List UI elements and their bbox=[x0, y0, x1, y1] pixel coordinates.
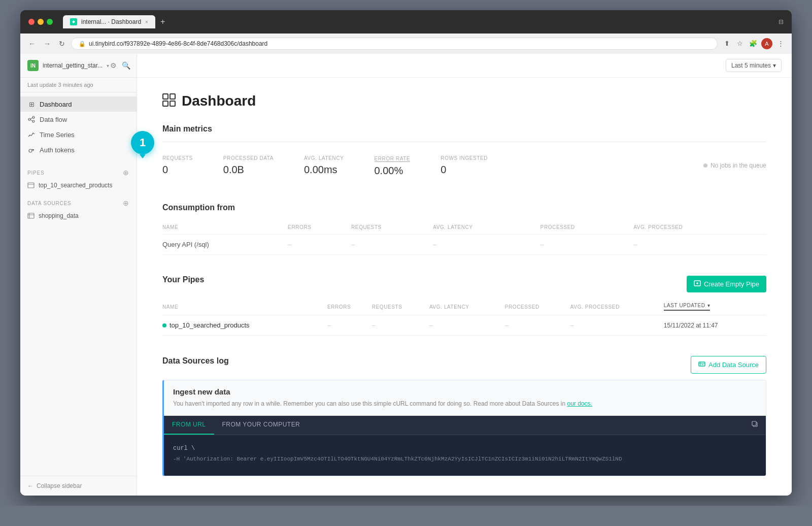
sidebar-item-dataflow[interactable]: Data flow bbox=[20, 112, 137, 127]
new-tab-button[interactable]: + bbox=[157, 16, 168, 27]
app-container: IN internal_getting_star... ▾ ⚙ 🔍 Last u… bbox=[20, 54, 792, 496]
dashboard-title-icon bbox=[162, 93, 176, 109]
metric-requests-value: 0 bbox=[162, 164, 193, 176]
collapse-label: Collapse sidebar bbox=[37, 482, 82, 489]
traffic-lights bbox=[28, 19, 53, 25]
metric-requests-label: REQUESTS bbox=[162, 155, 193, 161]
code-line-2: -H 'Authorization: Bearer e.eyIIIoopImV5… bbox=[173, 454, 757, 465]
consumption-name: Query API (/sql) bbox=[162, 235, 288, 255]
tab-title: internal... · Dashboard bbox=[81, 18, 141, 25]
svg-line-4 bbox=[30, 120, 32, 121]
forward-button[interactable]: → bbox=[42, 39, 53, 49]
collapse-sidebar-button[interactable]: ← Collapse sidebar bbox=[27, 482, 82, 489]
close-traffic-light[interactable] bbox=[28, 19, 35, 25]
settings-icon[interactable]: ⚙ bbox=[109, 60, 118, 71]
ingest-tabs: FROM URL FROM YOUR COMPUTER bbox=[164, 416, 766, 435]
svg-rect-20 bbox=[699, 362, 705, 366]
svg-rect-13 bbox=[163, 94, 168, 99]
metrics-divider bbox=[162, 142, 766, 142]
search-icon[interactable]: 🔍 bbox=[121, 60, 131, 71]
dashboard-icon: ⊞ bbox=[27, 100, 36, 108]
window-control[interactable]: ⊟ bbox=[779, 18, 784, 25]
pipe-row-avglatency: – bbox=[429, 315, 505, 336]
main-inner: Dashboard Main metrics REQUESTS 0 PROCES… bbox=[137, 78, 792, 496]
sidebar-datasource-shopping[interactable]: shopping_data bbox=[20, 209, 137, 222]
svg-rect-14 bbox=[170, 94, 175, 99]
col-avglatency: AVG. LATENCY bbox=[433, 220, 540, 235]
maximize-traffic-light[interactable] bbox=[47, 19, 53, 25]
metrics-row: REQUESTS 0 PROCESSED DATA 0.0B AVG. LATE… bbox=[162, 148, 766, 183]
copy-code-icon[interactable] bbox=[745, 416, 766, 435]
pipes-col-lastupdated[interactable]: LAST UPDATED ▾ bbox=[664, 299, 766, 315]
pipes-col-processed: PROCESSED bbox=[505, 299, 570, 315]
pipe-label: top_10_searched_products bbox=[39, 182, 112, 189]
sidebar-item-authtokens[interactable]: Auth tokens bbox=[20, 142, 137, 157]
dataflow-icon bbox=[27, 115, 36, 123]
consumption-section: Consumption from NAME ERRORS REQUESTS AV… bbox=[162, 203, 766, 255]
main-metrics-section: Main metrics REQUESTS 0 PROCESSED DATA 0… bbox=[162, 124, 766, 183]
create-empty-pipe-button[interactable]: Create Empty Pipe bbox=[687, 276, 766, 292]
pipes-col-avglatency: AVG. LATENCY bbox=[429, 299, 505, 315]
browser-toolbar: ← → ↻ 🔒 ui.tinybird.co/f937892e-4899-4e8… bbox=[20, 34, 792, 54]
sidebar-item-dashboard[interactable]: ⊞ Dashboard bbox=[20, 96, 137, 112]
workspace-label: internal_getting_star... bbox=[43, 62, 103, 69]
tooltip-bubble: 1 bbox=[131, 131, 154, 154]
workspace-name[interactable]: IN internal_getting_star... ▾ bbox=[27, 60, 109, 71]
ingest-tab-fromurl[interactable]: FROM URL bbox=[164, 416, 214, 435]
table-row[interactable]: Query API (/sql) – – – – – bbox=[162, 235, 766, 255]
url-text: ui.tinybird.co/f937892e-4899-4e86-8c4f-8… bbox=[89, 40, 710, 47]
pipes-table: NAME ERRORS REQUESTS AVG. LATENCY PROCES… bbox=[162, 299, 766, 336]
sidebar-item-dashboard-label: Dashboard bbox=[40, 101, 72, 108]
pipe-row-errors: – bbox=[327, 315, 372, 336]
minimize-traffic-light[interactable] bbox=[38, 19, 44, 25]
sidebar-pipe-top10[interactable]: top_10_searched_products bbox=[20, 179, 137, 192]
add-datasource-icon[interactable]: ⊕ bbox=[123, 199, 129, 207]
sidebar-header: IN internal_getting_star... ▾ ⚙ 🔍 bbox=[20, 54, 137, 78]
add-pipe-icon[interactable]: ⊕ bbox=[123, 169, 129, 177]
add-data-source-button[interactable]: Add Data Source bbox=[691, 356, 766, 374]
metric-requests: REQUESTS 0 bbox=[162, 155, 193, 176]
metric-rowsingested-label: ROWS INGESTED bbox=[441, 155, 488, 161]
datasource-label: shopping_data bbox=[39, 212, 79, 219]
sidebar-item-timeseries[interactable]: Time Series bbox=[20, 127, 137, 142]
consumption-avgprocessed: – bbox=[633, 235, 766, 255]
svg-rect-10 bbox=[28, 213, 34, 218]
table-row[interactable]: top_10_searched_products – – – – – 15/11… bbox=[162, 315, 766, 336]
pipes-col-requests: REQUESTS bbox=[372, 299, 429, 315]
page-title-row: Dashboard bbox=[162, 93, 766, 109]
address-bar[interactable]: 🔒 ui.tinybird.co/f937892e-4899-4e86-8c4f… bbox=[71, 38, 718, 50]
pipe-btn-icon bbox=[694, 280, 701, 288]
data-sources-section: Data Sources log Add Data Source bbox=[162, 356, 766, 476]
pipe-icon bbox=[27, 182, 35, 189]
your-pipes-section: Your Pipes Create Empty Pipe bbox=[162, 275, 766, 336]
code-block: curl \ -H 'Authorization: Bearer e.eyIII… bbox=[164, 435, 766, 476]
extensions-icon[interactable]: 🧩 bbox=[748, 38, 758, 48]
consumption-title: Consumption from bbox=[162, 203, 766, 212]
bookmark-icon[interactable]: ☆ bbox=[735, 38, 745, 48]
pipe-status-dot bbox=[162, 323, 166, 327]
active-tab[interactable]: internal... · Dashboard × bbox=[63, 15, 155, 28]
time-range-chevron: ▾ bbox=[773, 62, 776, 69]
toolbar-actions: ⬆ ☆ 🧩 A ⋮ bbox=[722, 38, 786, 49]
svg-rect-8 bbox=[28, 183, 34, 188]
your-pipes-title: Your Pipes bbox=[162, 275, 204, 284]
col-requests: REQUESTS bbox=[351, 220, 433, 235]
back-button[interactable]: ← bbox=[26, 39, 38, 49]
add-datasource-btn-icon bbox=[698, 360, 705, 369]
share-icon[interactable]: ⬆ bbox=[722, 38, 732, 48]
ingest-tab-fromcomputer[interactable]: FROM YOUR COMPUTER bbox=[214, 416, 309, 435]
main-metrics-title: Main metrics bbox=[162, 124, 766, 134]
menu-icon[interactable]: ⋮ bbox=[775, 38, 786, 48]
refresh-button[interactable]: ↻ bbox=[57, 39, 67, 49]
ingest-docs-link[interactable]: our docs. bbox=[567, 400, 592, 407]
col-avgprocessed: AVG. PROCESSED bbox=[633, 220, 766, 235]
time-range-selector[interactable]: Last 5 minutes ▾ bbox=[726, 59, 782, 72]
pipe-row-avgprocessed: – bbox=[570, 315, 664, 336]
browser-window: internal... · Dashboard × + ⊟ ← → ↻ 🔒 ui… bbox=[20, 10, 792, 496]
tab-close-button[interactable]: × bbox=[145, 19, 148, 25]
profile-icon[interactable]: A bbox=[761, 38, 772, 49]
pipe-row-name: top_10_searched_products bbox=[162, 315, 327, 336]
svg-rect-25 bbox=[752, 421, 756, 425]
svg-point-0 bbox=[28, 118, 30, 120]
main-content: Last 5 minutes ▾ Dashboard bbox=[137, 54, 792, 496]
